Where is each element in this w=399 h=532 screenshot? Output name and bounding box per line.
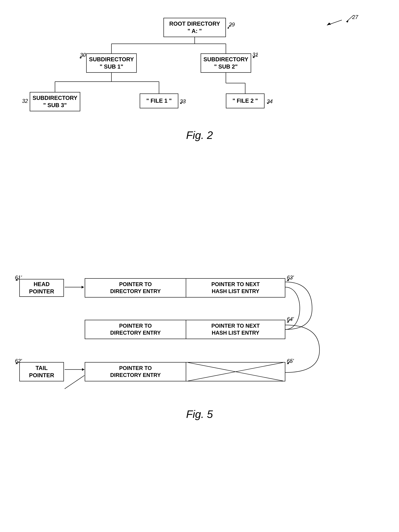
ptr-dir1-line2: DIRECTORY ENTRY xyxy=(110,288,161,295)
fig2-caption: Fig. 2 xyxy=(0,129,399,141)
file1-text: " FILE 1 " xyxy=(146,97,172,104)
ptr-dir-entry-2: POINTER TO DIRECTORY ENTRY xyxy=(85,320,186,339)
fig5-diagram: HEAD POINTER 61' POINTER TO DIRECTORY EN… xyxy=(0,245,399,527)
ptr-dir2-line2: DIRECTORY ENTRY xyxy=(110,329,161,336)
ptr-dir-entry-1: POINTER TO DIRECTORY ENTRY xyxy=(85,278,186,298)
root-line1: ROOT DIRECTORY xyxy=(169,20,220,27)
sub2-line2: " SUB 2" xyxy=(214,63,238,70)
svg-marker-1 xyxy=(327,23,331,25)
sub2-line1: SUBDIRECTORY xyxy=(203,56,248,63)
ptr-next1-line1: POINTER TO NEXT xyxy=(211,281,260,288)
ptr-dir1-line1: POINTER TO xyxy=(119,281,152,288)
ptr-dir3-line2: DIRECTORY ENTRY xyxy=(110,372,161,379)
root-directory-box: ROOT DIRECTORY " A: " xyxy=(164,18,226,37)
fig5-caption: Fig. 5 xyxy=(0,408,399,420)
svg-line-36 xyxy=(65,375,85,389)
tail-line2: POINTER xyxy=(29,372,54,379)
file2-box: " FILE 2 " xyxy=(226,94,264,108)
ref32: 32 xyxy=(22,98,28,104)
ptr-dir-entry-3: POINTER TO DIRECTORY ENTRY xyxy=(85,362,186,381)
svg-line-19 xyxy=(79,55,85,58)
file2-text: " FILE 2 " xyxy=(232,97,258,104)
tail-pointer-box: TAIL POINTER xyxy=(19,362,64,381)
svg-marker-40 xyxy=(287,279,289,281)
file1-box: " FILE 1 " xyxy=(140,94,178,108)
sub3-line2: " SUB 3" xyxy=(43,102,67,109)
sub3-line1: SUBDIRECTORY xyxy=(33,94,78,102)
ptr-next-hash-2: POINTER TO NEXT HASH LIST ENTRY xyxy=(186,320,285,339)
svg-marker-20 xyxy=(79,57,82,59)
subdirectory-sub3-box: SUBDIRECTORY " SUB 3" xyxy=(30,92,80,111)
svg-line-17 xyxy=(227,25,232,28)
tail-line1: TAIL xyxy=(35,364,48,372)
ptr-next-hash-1: POINTER TO NEXT HASH LIST ENTRY xyxy=(186,278,285,298)
ref27: 27 xyxy=(352,14,358,20)
ptr-next2-line2: HASH LIST ENTRY xyxy=(212,329,260,336)
fig2-diagram: ROOT DIRECTORY " A: " 27 29 SUBDIRECTORY… xyxy=(0,6,399,243)
svg-marker-42 xyxy=(287,321,289,323)
ptr-next2-line1: POINTER TO NEXT xyxy=(211,323,260,329)
svg-marker-22 xyxy=(253,56,255,58)
ptr-next1-line2: HASH LIST ENTRY xyxy=(212,288,260,295)
head-pointer-box: HEAD POINTER xyxy=(19,279,64,297)
sub1-line1: SUBDIRECTORY xyxy=(89,56,134,63)
subdirectory-sub2-box: SUBDIRECTORY " SUB 2" xyxy=(201,53,251,73)
subdirectory-sub1-box: SUBDIRECTORY " SUB 1" xyxy=(86,53,137,73)
ptr-dir3-line1: POINTER TO xyxy=(119,365,152,372)
root-line2: " A: " xyxy=(188,27,202,35)
svg-marker-48 xyxy=(287,362,289,364)
sub1-line2: " SUB 1" xyxy=(100,63,123,70)
ptr-dir2-line1: POINTER TO xyxy=(119,323,152,329)
svg-marker-35 xyxy=(82,368,85,371)
head-line1: HEAD xyxy=(33,281,50,288)
svg-line-21 xyxy=(253,54,258,57)
null-box xyxy=(186,362,285,381)
svg-marker-28 xyxy=(82,286,84,288)
svg-line-0 xyxy=(327,20,342,25)
head-line2: POINTER xyxy=(29,288,54,295)
